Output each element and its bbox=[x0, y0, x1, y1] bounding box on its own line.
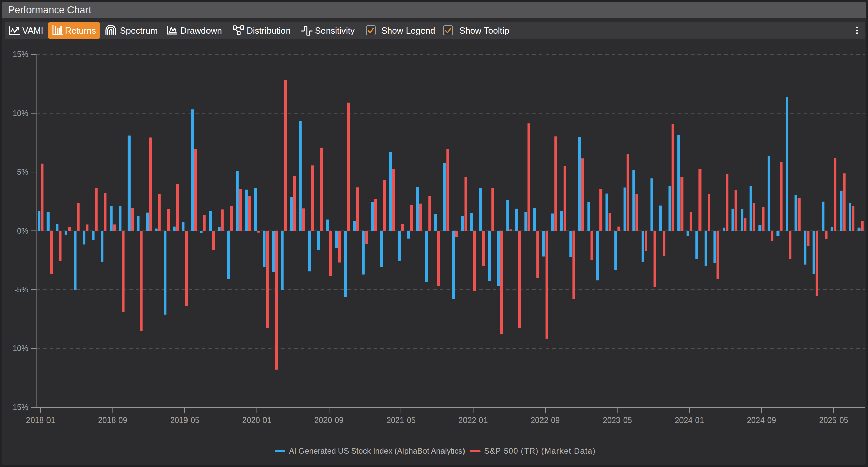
svg-text:2025-05: 2025-05 bbox=[819, 416, 848, 425]
svg-text:AI Generated US Stock Index (A: AI Generated US Stock Index (AlphaBot An… bbox=[289, 447, 465, 455]
svg-text:2024-09: 2024-09 bbox=[747, 416, 776, 425]
svg-text:15%: 15% bbox=[13, 50, 28, 59]
svg-text:-10%: -10% bbox=[10, 344, 28, 353]
svg-text:0%: 0% bbox=[17, 227, 28, 235]
svg-text:2019-05: 2019-05 bbox=[170, 416, 199, 425]
svg-text:2020-01: 2020-01 bbox=[242, 416, 271, 425]
svg-text:2024-01: 2024-01 bbox=[675, 416, 704, 425]
svg-text:2021-05: 2021-05 bbox=[387, 416, 416, 425]
svg-text:5%: 5% bbox=[17, 168, 28, 176]
svg-text:2022-01: 2022-01 bbox=[458, 416, 488, 425]
svg-text:2018-09: 2018-09 bbox=[98, 416, 127, 425]
svg-text:10%: 10% bbox=[13, 109, 28, 118]
svg-text:2023-05: 2023-05 bbox=[603, 416, 632, 425]
svg-text:2022-09: 2022-09 bbox=[531, 416, 560, 425]
svg-text:S&P 500 (TR) (Market Data): S&P 500 (TR) (Market Data) bbox=[484, 447, 596, 455]
svg-text:2020-09: 2020-09 bbox=[314, 416, 343, 425]
svg-text:-15%: -15% bbox=[10, 403, 28, 412]
svg-text:-5%: -5% bbox=[14, 285, 28, 294]
svg-text:2018-01: 2018-01 bbox=[26, 416, 55, 425]
